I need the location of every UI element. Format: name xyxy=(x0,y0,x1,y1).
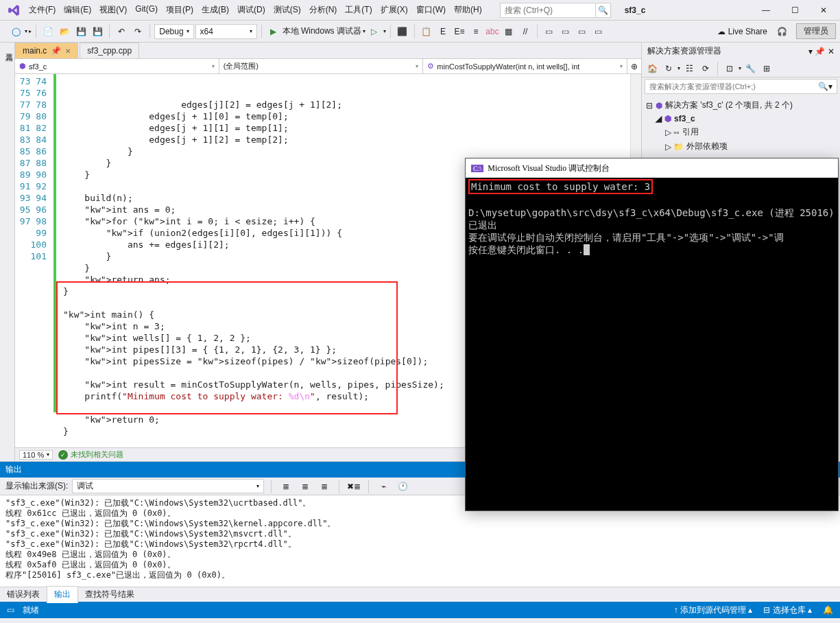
vs-logo-icon xyxy=(7,3,21,17)
dropdown-icon[interactable]: ▾ ▸ xyxy=(25,28,32,34)
navigation-bar: ⬢sf3_c▾ (全局范围)▾ ⚙minCostToSupplyWater(in… xyxy=(15,59,641,74)
nav-back-button[interactable]: ◯ xyxy=(8,24,23,39)
document-tab[interactable]: sf3_cpp.cpp xyxy=(80,43,139,58)
toolbar-icon[interactable]: ▦ xyxy=(501,24,516,39)
start-nobreak-button[interactable]: ▷ xyxy=(367,24,382,39)
nav-project[interactable]: ⬢sf3_c▾ xyxy=(15,59,219,73)
console-title-bar[interactable]: C:\ Microsoft Visual Studio 调试控制台 xyxy=(466,158,838,178)
debug-label[interactable]: 本地 Windows 调试器 xyxy=(283,25,361,37)
bottom-tab[interactable]: 输出 xyxy=(47,586,78,603)
config-dropdown[interactable]: Debug▾ xyxy=(154,24,193,39)
project-name: sf3_c xyxy=(625,5,646,15)
toolbar-icon[interactable]: ⬛ xyxy=(395,24,410,39)
save-button[interactable]: 💾 xyxy=(73,24,88,39)
admin-badge: 管理员 xyxy=(796,23,836,39)
pin-icon[interactable]: 📌 xyxy=(51,46,61,56)
main-toolbar: ◯ ▾ ▸ 📄 📂 💾 💾 ↶ ↷ Debug▾ x64▾ ▶ 本地 Windo… xyxy=(0,21,840,43)
menu-item[interactable]: 视图(V) xyxy=(95,1,131,19)
new-file-button[interactable]: 📄 xyxy=(40,24,56,39)
menu-item[interactable]: 项目(P) xyxy=(162,1,197,19)
liveshare-button[interactable]: ☁ Live Share xyxy=(712,25,773,38)
dropdown-icon[interactable]: ▾ xyxy=(363,28,365,34)
menu-item[interactable]: 文件(F) xyxy=(25,1,60,19)
references-node[interactable]: ▷ ▫▫ 引用 xyxy=(646,125,836,139)
menu-item[interactable]: 窗口(W) xyxy=(412,1,450,19)
toolbar-icon[interactable]: ▭ xyxy=(542,24,557,39)
menu-item[interactable]: 编辑(E) xyxy=(60,1,95,19)
close-button[interactable]: ✕ xyxy=(810,2,837,19)
toolbar-icon[interactable]: ⟳ xyxy=(698,61,713,76)
nav-member[interactable]: ⚙minCostToSupplyWater(int n, int wells[]… xyxy=(423,59,627,73)
external-deps-node[interactable]: ▷ 📁 外部依赖项 xyxy=(646,139,836,154)
toolbar-icon[interactable]: ▭ xyxy=(558,24,573,39)
toolbar-icon[interactable]: ≣ xyxy=(317,479,332,494)
search-icon[interactable]: 🔍▾ xyxy=(818,82,832,91)
menu-item[interactable]: 调试(D) xyxy=(233,1,269,19)
close-icon[interactable]: ✕ xyxy=(828,47,835,56)
toolbar-icon[interactable]: ▭ xyxy=(591,24,606,39)
notifications-icon[interactable]: 🔔 xyxy=(823,605,833,615)
toolbar-icon[interactable]: ↻ xyxy=(661,61,676,76)
solution-search[interactable]: 🔍▾ xyxy=(645,79,837,94)
toolbar-icon[interactable]: 📋 xyxy=(419,24,434,39)
minimize-button[interactable]: — xyxy=(752,2,780,19)
toolbar-icon[interactable]: 🕐 xyxy=(395,479,410,494)
toolbar-icon[interactable]: ≡ xyxy=(468,24,483,39)
undo-button[interactable]: ↶ xyxy=(114,24,129,39)
zoom-dropdown[interactable]: 110 %▾ xyxy=(19,450,53,460)
nav-scope[interactable]: (全局范围)▾ xyxy=(219,59,424,73)
debug-console-window[interactable]: C:\ Microsoft Visual Studio 调试控制台 Minimu… xyxy=(465,158,839,511)
solution-root[interactable]: ⊟ ⬢ 解决方案 'sf3_c' (2 个项目, 共 2 个) xyxy=(646,98,836,113)
home-icon[interactable]: 🏠 xyxy=(645,61,660,76)
bottom-tab[interactable]: 错误列表 xyxy=(0,587,47,602)
menu-item[interactable]: Git(G) xyxy=(131,1,162,19)
bottom-tab[interactable]: 查找符号结果 xyxy=(78,587,141,602)
open-button[interactable]: 📂 xyxy=(57,24,72,39)
menu-item[interactable]: 测试(S) xyxy=(269,1,305,19)
document-tabs: main.c📌✕sf3_cpp.cpp xyxy=(15,43,641,59)
close-icon[interactable]: ✕ xyxy=(65,47,71,55)
solution-tree[interactable]: ⊟ ⬢ 解决方案 'sf3_c' (2 个项目, 共 2 个) ◢ ⬢ sf3_… xyxy=(642,95,840,156)
toolbar-icon[interactable]: ☷ xyxy=(682,61,697,76)
solution-search-input[interactable] xyxy=(649,82,818,91)
toolbar-icon[interactable]: ⌁ xyxy=(376,479,391,494)
feedback-icon[interactable]: 🎧 xyxy=(774,24,789,39)
toolbar-icon[interactable]: ≣ xyxy=(278,479,293,494)
maximize-button[interactable]: ☐ xyxy=(781,2,808,19)
menu-item[interactable]: 扩展(X) xyxy=(376,1,412,19)
scm-button[interactable]: ↑ 添加到源代码管理 ▴ xyxy=(674,604,753,616)
toolbar-icon[interactable]: ▭ xyxy=(575,24,590,39)
pin-icon[interactable]: ▾ 📌 xyxy=(808,47,825,56)
change-margin xyxy=(53,74,63,447)
toolbar-icon[interactable]: ≣ xyxy=(298,479,313,494)
menu-item[interactable]: 生成(B) xyxy=(197,1,233,19)
toolbox-sidebar[interactable]: 工具箱 xyxy=(0,43,15,461)
menu-item[interactable]: 工具(T) xyxy=(341,1,376,19)
project-node[interactable]: ◢ ⬢ sf3_c xyxy=(646,113,836,125)
start-debug-button[interactable]: ▶ xyxy=(266,24,281,39)
status-bar: ▭ 就绪 ↑ 添加到源代码管理 ▴ ⊟ 选择仓库 ▴ 🔔 xyxy=(0,602,840,618)
toolbar-icon[interactable]: // xyxy=(518,24,533,39)
console-output: Minimum cost to supply water: 3 D:\myset… xyxy=(466,178,838,257)
menu-item[interactable]: 帮助(H) xyxy=(450,1,486,19)
redo-button[interactable]: ↷ xyxy=(130,24,145,39)
output-source-dropdown[interactable]: 调试▾ xyxy=(72,479,264,493)
status-icon: ▭ xyxy=(7,605,14,615)
menu-item[interactable]: 分析(N) xyxy=(305,1,341,19)
toolbar-icon[interactable]: ⊡ xyxy=(722,61,737,76)
search-icon[interactable]: 🔍 xyxy=(596,3,611,18)
platform-dropdown[interactable]: x64▾ xyxy=(195,24,257,39)
main-menu: 文件(F)编辑(E)视图(V)Git(G)项目(P)生成(B)调试(D)测试(S… xyxy=(25,1,486,19)
repo-button[interactable]: ⊟ 选择仓库 ▴ xyxy=(763,604,812,616)
toolbar-icon[interactable]: 🔧 xyxy=(743,61,758,76)
search-box[interactable] xyxy=(500,3,596,18)
toolbar-icon[interactable]: ⊞ xyxy=(759,61,774,76)
toolbar-icon[interactable]: E≡ xyxy=(452,24,467,39)
save-all-button[interactable]: 💾 xyxy=(90,24,105,39)
document-tab[interactable]: main.c📌✕ xyxy=(15,43,78,58)
clear-icon[interactable]: ✖≣ xyxy=(346,479,361,494)
toolbar-icon[interactable]: abc xyxy=(485,24,500,39)
search-input[interactable] xyxy=(505,5,591,15)
bottom-tabs: 错误列表输出查找符号结果 xyxy=(0,587,840,602)
toolbar-icon[interactable]: E xyxy=(435,24,451,39)
